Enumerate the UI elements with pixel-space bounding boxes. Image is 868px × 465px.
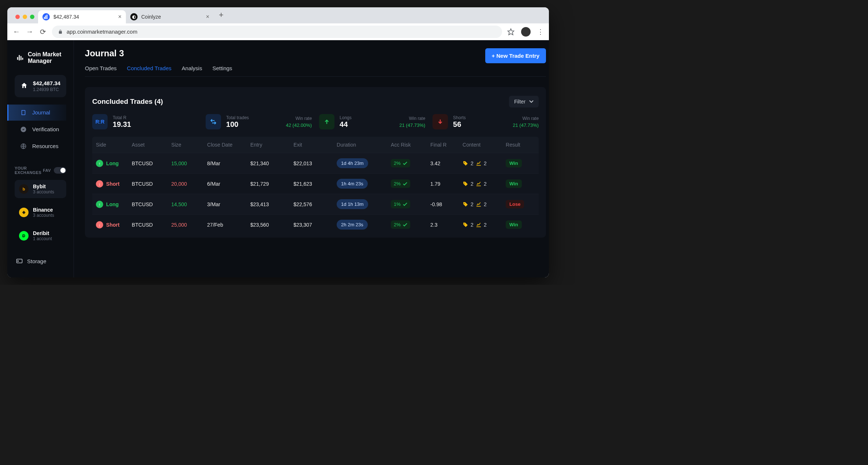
cell-close-date: 27/Feb <box>207 222 247 228</box>
globe-icon <box>20 143 27 150</box>
reload-icon[interactable]: ⟳ <box>39 27 47 36</box>
balance-card[interactable]: $42,487.34 1.24939 BTC <box>15 75 66 97</box>
exchange-item-bybit[interactable]: b Bybit 3 accounts <box>15 180 66 198</box>
cell-asset: BTCUSD <box>132 201 168 207</box>
sidebar-item-resources[interactable]: Resources <box>15 138 66 154</box>
sidebar-nav: Journal Verification Resources <box>15 105 66 154</box>
cell-entry: $23,560 <box>250 222 291 228</box>
chart-icon <box>476 201 482 207</box>
stat-longs: Longs 44 Win rate 21 (47.73%) <box>319 114 425 129</box>
browser-tab-bar: $42,487.34 × ◐ Coinlyze × + <box>7 7 549 23</box>
col-entry: Entry <box>250 142 291 148</box>
tag-icon <box>463 201 468 207</box>
arrow-down-icon <box>433 114 448 129</box>
sidebar-item-label: Resources <box>32 143 59 149</box>
cell-duration: 1h 4m 23s <box>337 179 388 189</box>
side-text: Short <box>106 222 120 228</box>
winrate-label: Win rate <box>513 116 539 121</box>
stat-value: 100 <box>226 120 249 129</box>
svg-rect-1 <box>45 15 46 19</box>
exchange-item-binance[interactable]: ◈ Binance 3 accounts <box>15 203 66 222</box>
svg-rect-6 <box>20 56 22 60</box>
stat-value: 44 <box>340 120 352 129</box>
tab-title: $42,487.34 <box>53 14 79 20</box>
home-icon <box>20 82 29 90</box>
tab-title: Coinlyze <box>141 14 161 20</box>
svg-rect-7 <box>22 58 23 60</box>
cell-exit: $22,013 <box>293 160 334 166</box>
col-side: Side <box>96 142 129 148</box>
maximize-window-icon[interactable] <box>30 15 34 19</box>
cell-result: Win <box>506 179 535 188</box>
chart-icon <box>476 222 482 228</box>
brand-line2: Manager <box>28 58 61 64</box>
tab-open-trades[interactable]: Open Trades <box>85 65 117 76</box>
journal-icon <box>20 109 27 116</box>
cell-size: 25,000 <box>171 222 204 228</box>
cell-exit: $23,307 <box>293 222 334 228</box>
tab-analysis[interactable]: Analysis <box>182 65 202 76</box>
cell-asset: BTCUSD <box>132 181 168 187</box>
table-row[interactable]: ↑ Long BTCUSD 14,500 3/Mar $23,413 $22,5… <box>92 194 539 214</box>
transfer-icon <box>206 114 221 129</box>
cell-acc-risk: 2% <box>391 220 427 229</box>
stat-value: 56 <box>453 120 466 129</box>
cell-close-date: 8/Mar <box>207 160 247 166</box>
filter-button[interactable]: Filter <box>509 96 539 107</box>
cell-content: 2 2 <box>463 181 503 187</box>
cell-entry: $21,729 <box>250 181 291 187</box>
cell-content: 2 2 <box>463 201 503 207</box>
forward-icon[interactable]: → <box>26 27 34 36</box>
fav-toggle[interactable] <box>54 167 66 174</box>
menu-icon[interactable]: ⋮ <box>537 28 544 36</box>
table-row[interactable]: ↓ Short BTCUSD 20,000 6/Mar $21,729 $21,… <box>92 173 539 194</box>
arrow-down-icon: ↓ <box>96 221 103 228</box>
address-bar[interactable]: app.coinmarketmanager.com <box>52 26 502 38</box>
brand-logo[interactable]: Coin Market Manager <box>15 49 66 70</box>
concluded-trades-panel: Concluded Trades (4) Filter R:R Total R … <box>85 87 546 238</box>
cell-duration: 1d 1h 13m <box>337 199 388 209</box>
tab-settings[interactable]: Settings <box>212 65 232 76</box>
browser-tab-active[interactable]: $42,487.34 × <box>38 10 126 23</box>
panel-title: Concluded Trades (4) <box>92 98 163 106</box>
sidebar-item-storage[interactable]: Storage <box>15 254 66 269</box>
stat-total-r: R:R Total R 19.31 <box>92 114 198 129</box>
bookmark-icon[interactable] <box>507 28 515 35</box>
close-tab-icon[interactable]: × <box>118 14 121 20</box>
sidebar-item-journal[interactable]: Journal <box>7 105 66 121</box>
minimize-window-icon[interactable] <box>23 15 27 19</box>
new-trade-button[interactable]: + New Trade Entry <box>485 48 546 63</box>
exchange-item-deribit[interactable]: Đ Deribit 1 account <box>15 227 66 245</box>
table-row[interactable]: ↓ Short BTCUSD 25,000 27/Feb $23,560 $23… <box>92 214 539 235</box>
app-root: Coin Market Manager $42,487.34 1.24939 B… <box>7 40 549 277</box>
exchanges-heading: YOUR EXCHANGES FAV <box>15 166 66 175</box>
stat-total-trades: Total trades 100 Win rate 42 (42.00%) <box>206 114 312 129</box>
chart-icon <box>476 160 482 166</box>
col-content: Content <box>463 142 503 148</box>
svg-rect-2 <box>46 15 47 19</box>
cell-final-r: 2.3 <box>430 222 460 228</box>
sidebar-item-verification[interactable]: Verification <box>15 121 66 137</box>
close-window-icon[interactable] <box>15 15 20 19</box>
main-content: Journal 3 Open Trades Concluded Trades A… <box>74 40 549 277</box>
close-tab-icon[interactable]: × <box>206 14 209 20</box>
logo-icon <box>16 54 24 62</box>
tab-concluded-trades[interactable]: Concluded Trades <box>127 65 172 76</box>
cell-duration: 2h 2m 23s <box>337 220 388 230</box>
browser-tab-inactive[interactable]: ◐ Coinlyze × <box>126 10 214 23</box>
profile-avatar[interactable] <box>521 27 531 37</box>
arrow-up-icon <box>319 114 334 129</box>
rr-icon: R:R <box>92 114 108 129</box>
table-row[interactable]: ↑ Long BTCUSD 15,000 8/Mar $21,340 $22,0… <box>92 153 539 173</box>
browser-window: $42,487.34 × ◐ Coinlyze × + ← → ⟳ app.co… <box>7 7 549 277</box>
new-tab-button[interactable]: + <box>214 10 229 23</box>
back-icon[interactable]: ← <box>12 27 20 36</box>
svg-marker-3 <box>508 29 514 35</box>
journal-tabs: Open Trades Concluded Trades Analysis Se… <box>85 65 232 76</box>
arrow-up-icon: ↑ <box>96 160 103 167</box>
col-duration: Duration <box>337 142 388 148</box>
stat-label: Total trades <box>226 115 249 120</box>
side-text: Long <box>106 160 119 166</box>
col-exit: Exit <box>293 142 334 148</box>
cell-entry: $23,413 <box>250 201 291 207</box>
